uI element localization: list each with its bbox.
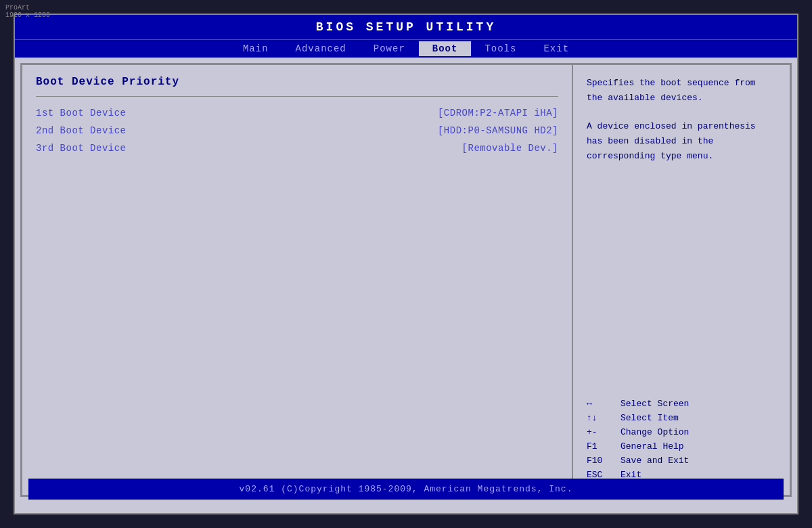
watermark: ProArt 1920 x 1200 bbox=[5, 4, 50, 19]
tab-main[interactable]: Main bbox=[229, 41, 282, 56]
shortcut-desc-select-screen: Select Screen bbox=[621, 399, 689, 409]
shortcut-key-arrows: ↔ bbox=[587, 399, 621, 409]
shortcut-desc-change-option: Change Option bbox=[621, 427, 689, 437]
bios-title: BIOS SETUP UTILITY bbox=[15, 15, 797, 39]
boot-item-3[interactable]: 3rd Boot Device [Removable Dev.] bbox=[36, 143, 558, 154]
shortcut-desc-save-exit: Save and Exit bbox=[621, 456, 689, 466]
shortcut-desc-select-item: Select Item bbox=[621, 413, 679, 423]
shortcut-select-screen: ↔ Select Screen bbox=[587, 399, 776, 409]
shortcut-f1: F1 General Help bbox=[587, 441, 776, 452]
shortcut-key-updown: ↑↓ bbox=[587, 413, 621, 423]
shortcut-f10: F10 Save and Exit bbox=[587, 456, 776, 466]
boot-label-3: 3rd Boot Device bbox=[36, 143, 127, 154]
boot-value-1: [CDROM:P2-ATAPI iHA] bbox=[438, 108, 558, 118]
boot-item-2[interactable]: 2nd Boot Device [HDD:P0-SAMSUNG HD2] bbox=[36, 125, 558, 136]
tab-bar[interactable]: Main Advanced Power Boot Tools Exit bbox=[15, 39, 797, 58]
tab-tools[interactable]: Tools bbox=[471, 41, 530, 56]
tab-advanced[interactable]: Advanced bbox=[282, 41, 360, 56]
left-panel: Boot Device Priority 1st Boot Device [CD… bbox=[22, 65, 573, 495]
shortcut-key-plusminus: +- bbox=[587, 427, 621, 437]
help-text-2: A device enclosed in parenthesis has bee… bbox=[587, 119, 776, 164]
right-panel: Specifies the boot sequence from the ava… bbox=[573, 65, 790, 495]
footer-bar: v02.61 (C)Copyright 1985-2009, American … bbox=[28, 479, 784, 500]
section-divider bbox=[36, 96, 558, 97]
main-content: Boot Device Priority 1st Boot Device [CD… bbox=[20, 63, 792, 497]
tab-boot[interactable]: Boot bbox=[419, 41, 472, 56]
shortcut-desc-general-help: General Help bbox=[621, 441, 684, 452]
shortcut-change-option: +- Change Option bbox=[587, 427, 776, 437]
tab-exit[interactable]: Exit bbox=[530, 41, 583, 56]
shortcut-select-item: ↑↓ Select Item bbox=[587, 413, 776, 423]
boot-label-2: 2nd Boot Device bbox=[36, 125, 127, 136]
boot-item-1[interactable]: 1st Boot Device [CDROM:P2-ATAPI iHA] bbox=[36, 108, 558, 118]
shortcut-key-f1: F1 bbox=[587, 441, 621, 452]
bios-screen: BIOS SETUP UTILITY Main Advanced Power B… bbox=[14, 14, 798, 514]
boot-value-3: [Removable Dev.] bbox=[462, 143, 558, 154]
boot-label-1: 1st Boot Device bbox=[36, 108, 127, 118]
section-title: Boot Device Priority bbox=[36, 76, 558, 88]
help-text-1: Specifies the boot sequence from the ava… bbox=[587, 76, 776, 106]
shortcut-key-f10: F10 bbox=[587, 456, 621, 466]
boot-value-2: [HDD:P0-SAMSUNG HD2] bbox=[438, 125, 558, 136]
shortcuts-section: ↔ Select Screen ↑↓ Select Item +- Change… bbox=[587, 399, 776, 484]
tab-power[interactable]: Power bbox=[360, 41, 419, 56]
